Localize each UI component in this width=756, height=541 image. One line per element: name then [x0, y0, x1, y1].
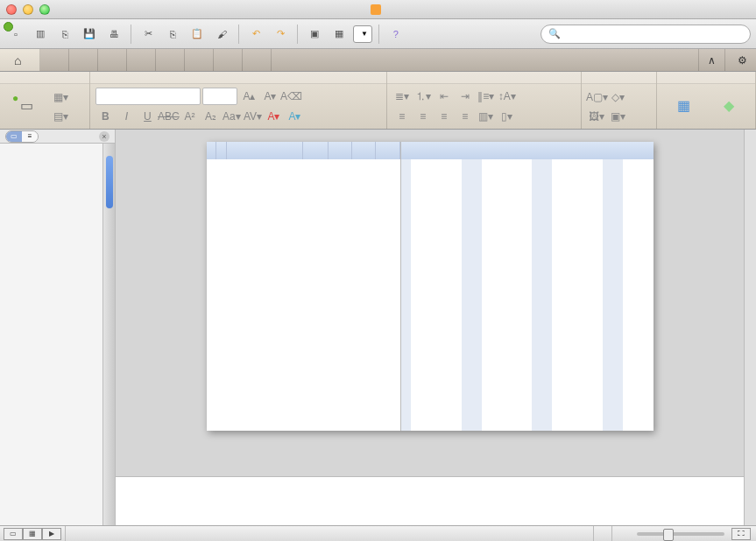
tab-transitions[interactable]	[156, 49, 185, 71]
fit-to-window-button[interactable]: ⛶	[731, 528, 751, 540]
ribbon-collapse-button[interactable]: ∧	[698, 49, 724, 71]
arrange-button[interactable]: ▦	[662, 86, 704, 127]
tab-animations[interactable]	[185, 49, 214, 71]
line-spacing-button[interactable]: ‖≡▾	[477, 88, 496, 105]
columns-button[interactable]: ▥▾	[477, 108, 496, 125]
print-button[interactable]: 🖶	[103, 24, 124, 45]
sorter-view-button[interactable]: ▦	[23, 528, 42, 540]
slide[interactable]	[207, 142, 654, 431]
group-slides: ▭● ▦▾ ▤▾	[0, 72, 90, 129]
italic-button[interactable]: I	[117, 108, 136, 125]
bold-button[interactable]: B	[95, 108, 115, 125]
thumbnails-view-icon[interactable]: ▭	[6, 131, 22, 142]
save-button[interactable]: 💾	[79, 24, 100, 45]
group-paragraph: ≣▾ ⒈▾ ⇤ ⇥ ‖≡▾ ↕A▾ ≡ ≡ ≡ ≡ ▥▾ ▯▾	[387, 72, 583, 129]
group-label	[657, 72, 755, 84]
group-insert: A▢▾ ◇▾ 🖼▾ ▣▾	[582, 72, 657, 129]
group-label	[582, 72, 656, 84]
vertical-scrollbar[interactable]	[744, 130, 756, 525]
thumbnails-view-toggle[interactable]: ▭ ≡	[5, 130, 39, 143]
cut-button[interactable]: ✂	[138, 24, 159, 45]
ribbon: ▭● ▦▾ ▤▾ A▴ A▾ A⌫ B I	[0, 72, 756, 130]
copy-button[interactable]: ⎘	[162, 24, 183, 45]
thumbnails-scrollbar[interactable]	[102, 144, 115, 525]
grow-font-button[interactable]: A▴	[239, 88, 258, 105]
format-sidebar-toggle[interactable]: ⚙	[724, 49, 756, 71]
group-format: ▦ ◆	[657, 72, 756, 129]
close-window-button[interactable]	[6, 4, 17, 15]
new-slide-button[interactable]: ▭●	[5, 86, 47, 127]
group-label	[387, 72, 582, 84]
decrease-indent-button[interactable]: ⇤	[435, 88, 454, 105]
title-bar	[0, 0, 756, 19]
font-family-input[interactable]	[95, 88, 201, 105]
tab-home[interactable]	[0, 49, 40, 71]
character-spacing-button[interactable]: AV▾	[243, 108, 262, 125]
tab-tables[interactable]	[69, 49, 98, 71]
layout-button[interactable]: ▦▾	[51, 88, 70, 106]
outline-view-icon[interactable]: ≡	[22, 131, 38, 142]
document-icon	[371, 4, 381, 15]
section-button[interactable]: ▤▾	[51, 108, 70, 125]
superscript-button[interactable]: A²	[180, 108, 199, 125]
redo-button[interactable]: ↷	[270, 24, 291, 45]
align-center-button[interactable]: ≡	[413, 108, 433, 125]
notes-pane[interactable]	[116, 476, 744, 525]
underline-button[interactable]: U	[138, 108, 157, 125]
group-label	[0, 72, 89, 84]
quick-styles-button[interactable]: ◆	[708, 86, 750, 127]
tab-smartart[interactable]	[127, 49, 156, 71]
highlight-button[interactable]: A▾	[285, 108, 304, 125]
group-font: A▴ A▾ A⌫ B I U ABC A² A₂ Aa▾ AV▾ A▾ A▾	[90, 72, 386, 129]
content-area: ▭ ≡ ×	[0, 130, 756, 525]
increase-indent-button[interactable]: ⇥	[456, 88, 475, 105]
format-painter-button[interactable]: 🖌	[211, 24, 232, 45]
undo-button[interactable]: ↶	[245, 24, 266, 45]
shapes-button[interactable]: ◇▾	[608, 88, 627, 106]
font-size-input[interactable]	[202, 88, 237, 105]
clear-formatting-button[interactable]: A⌫	[281, 88, 300, 105]
paste-button[interactable]: 📋	[187, 24, 208, 45]
thumbnails-list[interactable]	[0, 144, 102, 525]
tab-themes[interactable]	[40, 49, 69, 71]
minimize-window-button[interactable]	[23, 4, 33, 15]
align-left-button[interactable]: ≡	[392, 108, 412, 125]
search-box[interactable]: 🔍	[541, 25, 751, 44]
search-input[interactable]	[564, 28, 739, 40]
window-title	[371, 4, 386, 15]
slideshow-view-button[interactable]: ▶	[42, 528, 61, 540]
object-button[interactable]: ▣▾	[608, 108, 627, 125]
justify-button[interactable]: ≡	[456, 108, 475, 125]
numbering-button[interactable]: ⒈▾	[413, 88, 433, 105]
main-editor	[116, 130, 744, 525]
strikethrough-button[interactable]: ABC	[159, 108, 178, 125]
text-box-button[interactable]: A▢▾	[587, 88, 606, 106]
align-right-button[interactable]: ≡	[435, 108, 454, 125]
text-direction-button[interactable]: ↕A▾	[498, 88, 517, 105]
align-text-button[interactable]: ▯▾	[498, 108, 517, 125]
help-button[interactable]: ?	[385, 24, 406, 45]
slide-canvas[interactable]	[116, 130, 744, 476]
font-color-button[interactable]: A▾	[264, 108, 283, 125]
picture-button[interactable]: 🖼▾	[587, 108, 606, 125]
shrink-font-button[interactable]: A▾	[260, 88, 279, 105]
zoom-dropdown[interactable]: ▼	[353, 25, 372, 43]
change-case-button[interactable]: Aa▾	[222, 108, 241, 125]
open-button[interactable]: ▥	[30, 24, 51, 45]
media-browser-button[interactable]: ▦	[329, 24, 350, 45]
tab-slideshow[interactable]	[214, 49, 243, 71]
tab-charts[interactable]	[98, 49, 127, 71]
normal-view-button[interactable]: ▭	[4, 528, 23, 540]
bullets-button[interactable]: ≣▾	[392, 88, 412, 105]
gantt-chart	[401, 142, 654, 431]
close-panel-button[interactable]: ×	[99, 131, 110, 142]
subscript-button[interactable]: A₂	[201, 108, 220, 125]
toolbox-button[interactable]: ▣	[304, 24, 325, 45]
zoom-slider[interactable]	[637, 532, 724, 536]
tab-review[interactable]	[243, 49, 272, 71]
new-document-button[interactable]: ▫	[5, 24, 26, 45]
zoom-window-button[interactable]	[39, 4, 50, 15]
group-label	[90, 72, 385, 84]
save-as-button[interactable]: ⎘	[54, 24, 75, 45]
gantt-table	[207, 142, 401, 431]
